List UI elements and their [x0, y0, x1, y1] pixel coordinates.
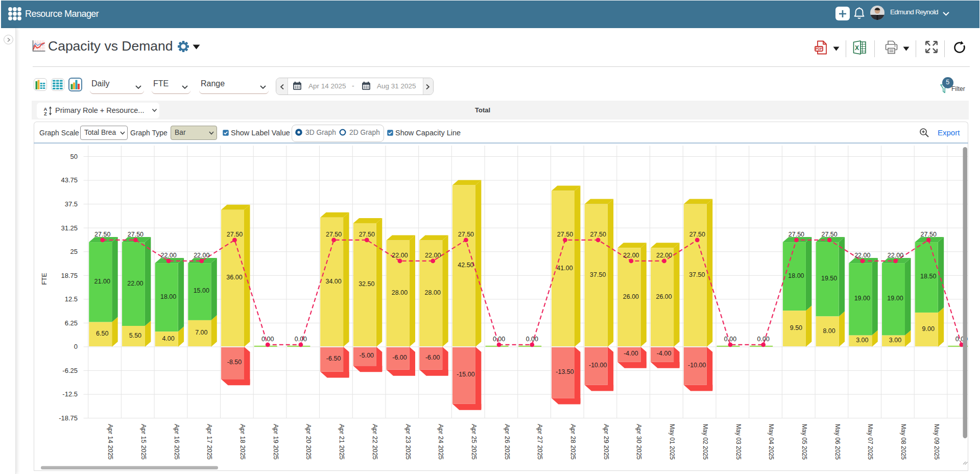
svg-text:Apr 22 2025: Apr 22 2025 — [371, 424, 379, 460]
svg-text:18.00: 18.00 — [788, 272, 804, 279]
svg-text:41.00: 41.00 — [557, 265, 572, 272]
svg-text:Apr 26 2025: Apr 26 2025 — [504, 424, 511, 460]
svg-text:Apr 20 2025: Apr 20 2025 — [305, 424, 313, 460]
svg-text:0.00: 0.00 — [757, 336, 770, 343]
svg-text:Apr 17 2025: Apr 17 2025 — [206, 424, 213, 460]
svg-text:27.50: 27.50 — [94, 231, 110, 238]
svg-text:Apr 19 2025: Apr 19 2025 — [272, 424, 280, 460]
svg-text:-10.00: -10.00 — [688, 362, 706, 369]
svg-text:May 04 2025: May 04 2025 — [768, 424, 775, 460]
svg-text:Apr 28 2025: Apr 28 2025 — [569, 424, 577, 460]
svg-text:-6.25: -6.25 — [62, 367, 78, 374]
svg-text:27.50: 27.50 — [590, 231, 606, 238]
svg-text:31.25: 31.25 — [61, 224, 78, 232]
svg-text:19.00: 19.00 — [887, 295, 903, 302]
svg-text:26.00: 26.00 — [623, 293, 639, 300]
svg-text:18.00: 18.00 — [160, 293, 176, 300]
svg-text:37.5: 37.5 — [65, 200, 78, 208]
svg-text:9.50: 9.50 — [790, 324, 802, 331]
svg-text:27.50: 27.50 — [128, 231, 144, 238]
svg-text:May 02 2025: May 02 2025 — [702, 424, 709, 460]
svg-text:Apr 14 2025: Apr 14 2025 — [107, 424, 114, 460]
svg-text:Apr 21 2025: Apr 21 2025 — [338, 424, 346, 460]
svg-text:22.00: 22.00 — [656, 252, 672, 259]
svg-text:0.00: 0.00 — [526, 336, 538, 343]
svg-text:22.00: 22.00 — [623, 252, 639, 259]
svg-text:May 07 2025: May 07 2025 — [867, 424, 874, 460]
svg-text:22.00: 22.00 — [888, 252, 903, 259]
svg-text:May 06 2025: May 06 2025 — [834, 424, 842, 460]
svg-text:8.00: 8.00 — [823, 327, 835, 335]
svg-text:May 03 2025: May 03 2025 — [735, 424, 743, 460]
svg-text:X: X — [855, 44, 859, 52]
svg-text:May 08 2025: May 08 2025 — [900, 424, 907, 460]
svg-text:FTE: FTE — [41, 273, 48, 285]
svg-text:37.50: 37.50 — [590, 271, 606, 278]
svg-text:0.00: 0.00 — [261, 336, 274, 343]
svg-text:-10.00: -10.00 — [589, 362, 607, 369]
svg-text:May 09 2025: May 09 2025 — [933, 424, 941, 460]
svg-text:37.50: 37.50 — [689, 271, 705, 278]
svg-text:Apr 18 2025: Apr 18 2025 — [239, 424, 247, 460]
svg-text:22.00: 22.00 — [425, 252, 441, 259]
svg-text:19.50: 19.50 — [821, 275, 837, 282]
svg-text:26.00: 26.00 — [656, 293, 672, 300]
svg-text:27.50: 27.50 — [458, 231, 474, 238]
svg-text:0.00: 0.00 — [295, 336, 307, 343]
svg-text:Z: Z — [44, 111, 47, 116]
svg-text:27.50: 27.50 — [227, 231, 243, 238]
svg-text:0.00: 0.00 — [724, 336, 736, 343]
svg-text:6.50: 6.50 — [96, 330, 108, 337]
svg-text:22.00: 22.00 — [160, 252, 176, 259]
svg-text:27.50: 27.50 — [326, 231, 342, 238]
svg-text:18.75: 18.75 — [61, 272, 78, 279]
svg-text:-12.5: -12.5 — [62, 390, 78, 398]
svg-text:Apr 23 2025: Apr 23 2025 — [404, 424, 412, 460]
svg-text:18.50: 18.50 — [920, 273, 936, 280]
svg-text:-6.50: -6.50 — [326, 355, 341, 362]
svg-text:21.00: 21.00 — [94, 278, 110, 285]
svg-text:27.50: 27.50 — [821, 231, 837, 238]
svg-text:Apr 16 2025: Apr 16 2025 — [173, 424, 181, 460]
svg-text:27.50: 27.50 — [557, 231, 573, 238]
svg-text:22.00: 22.00 — [127, 280, 143, 287]
svg-text:27.50: 27.50 — [689, 231, 705, 238]
svg-text:PDF: PDF — [816, 47, 822, 51]
svg-text:34.00: 34.00 — [325, 278, 341, 285]
svg-text:6.25: 6.25 — [65, 319, 78, 327]
svg-text:22.00: 22.00 — [854, 252, 870, 259]
svg-text:0.00: 0.00 — [493, 336, 505, 343]
svg-text:27.50: 27.50 — [788, 231, 804, 238]
svg-text:-5.00: -5.00 — [360, 352, 374, 359]
svg-text:7.00: 7.00 — [195, 329, 207, 336]
svg-text:-6.00: -6.00 — [392, 354, 407, 361]
svg-text:9.00: 9.00 — [922, 325, 935, 333]
svg-text:Apr 15 2025: Apr 15 2025 — [140, 424, 148, 460]
svg-text:27.50: 27.50 — [921, 231, 937, 238]
svg-text:50: 50 — [70, 153, 78, 160]
svg-text:-15.00: -15.00 — [457, 371, 474, 378]
svg-text:28.00: 28.00 — [392, 289, 408, 296]
svg-text:-4.00: -4.00 — [657, 350, 672, 357]
svg-text:Apr 25 2025: Apr 25 2025 — [470, 424, 478, 460]
svg-text:5.50: 5.50 — [129, 332, 141, 339]
svg-text:22.00: 22.00 — [194, 252, 209, 259]
svg-text:Apr 30 2025: Apr 30 2025 — [635, 424, 643, 460]
svg-text:28.00: 28.00 — [425, 289, 441, 296]
svg-text:-4.00: -4.00 — [624, 350, 638, 357]
svg-text:3.00: 3.00 — [856, 337, 868, 344]
svg-text:25: 25 — [70, 248, 78, 255]
svg-text:Apr 24 2025: Apr 24 2025 — [437, 424, 445, 460]
svg-text:Apr 29 2025: Apr 29 2025 — [603, 424, 610, 460]
svg-text:32.50: 32.50 — [358, 280, 374, 288]
svg-text:19.00: 19.00 — [854, 295, 870, 302]
svg-text:12.5: 12.5 — [65, 295, 78, 303]
svg-text:-6.00: -6.00 — [425, 354, 440, 361]
svg-text:15.00: 15.00 — [194, 287, 209, 294]
svg-text:May 05 2025: May 05 2025 — [801, 424, 808, 460]
svg-text:May 01 2025: May 01 2025 — [668, 424, 676, 460]
svg-text:Apr 27 2025: Apr 27 2025 — [536, 424, 544, 460]
svg-text:3.00: 3.00 — [889, 337, 901, 344]
svg-text:36.00: 36.00 — [226, 274, 242, 281]
svg-text:-8.50: -8.50 — [227, 359, 242, 366]
